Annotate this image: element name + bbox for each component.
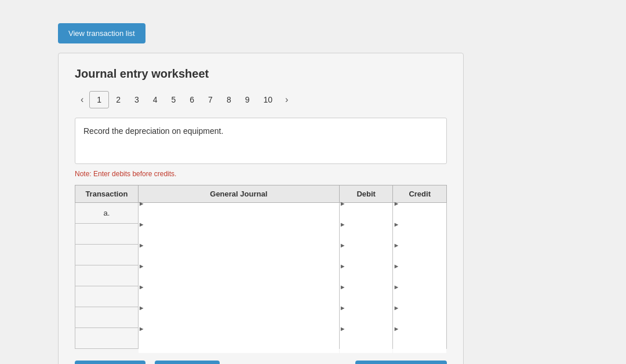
header-debit: Debit (339, 185, 393, 203)
header-credit: Credit (393, 185, 447, 203)
page-6[interactable]: 6 (183, 92, 201, 108)
page-9[interactable]: 9 (238, 92, 257, 108)
general-journal-input-3[interactable] (139, 249, 339, 270)
clear-entry-button[interactable]: Clear entry (155, 361, 220, 364)
credit-input-7[interactable] (393, 333, 446, 353)
debit-arrow-icon: ► (340, 200, 346, 207)
credit-arrow-icon: ► (393, 242, 399, 249)
page-5[interactable]: 5 (165, 92, 183, 108)
credit-input-6[interactable] (393, 312, 446, 332)
action-buttons: Record entry Clear entry View general jo… (75, 361, 447, 364)
credit-arrow-icon: ► (393, 221, 399, 228)
worksheet-title: Journal entry worksheet (75, 67, 447, 81)
debit-arrow-icon: ► (340, 304, 346, 311)
debit-input-5[interactable] (340, 291, 393, 311)
transaction-cell-1: a. (75, 203, 139, 224)
view-transaction-list-button[interactable]: View transaction list (58, 23, 145, 43)
table-row: a. ► ► ► (75, 203, 447, 224)
transaction-cell-4 (75, 265, 139, 286)
credit-arrow-icon: ► (393, 200, 399, 207)
general-journal-input-4[interactable] (139, 270, 339, 290)
credit-cell-1[interactable]: ► (393, 203, 447, 224)
transaction-cell-7 (75, 328, 139, 349)
page-4[interactable]: 4 (146, 92, 165, 108)
debit-arrow-icon: ► (340, 221, 346, 228)
page-7[interactable]: 7 (201, 92, 220, 108)
row-arrow-icon: ► (139, 325, 145, 332)
credit-arrow-icon: ► (393, 325, 399, 332)
description-box: Record the depreciation on equipment. (75, 118, 447, 164)
pagination: ‹ 1 2 3 4 5 6 7 8 9 10 › (75, 91, 447, 108)
page-3[interactable]: 3 (128, 92, 146, 108)
debit-arrow-icon: ► (340, 325, 346, 332)
debit-arrow-icon: ► (340, 283, 346, 290)
description-text: Record the depreciation on equipment. (83, 126, 223, 136)
record-entry-button[interactable]: Record entry (75, 361, 145, 364)
credit-input-2[interactable] (393, 228, 446, 249)
header-general-journal: General Journal (138, 185, 339, 203)
transaction-cell-6 (75, 307, 139, 328)
page-2[interactable]: 2 (109, 92, 128, 108)
page-8[interactable]: 8 (220, 92, 238, 108)
pagination-next-button[interactable]: › (279, 91, 294, 108)
view-general-journal-button[interactable]: View general journal (355, 361, 447, 364)
general-journal-input-1[interactable] (139, 208, 339, 228)
general-journal-input-2[interactable] (139, 228, 339, 249)
credit-input-5[interactable] (393, 291, 446, 311)
credit-arrow-icon: ► (393, 304, 399, 311)
page-1[interactable]: 1 (89, 91, 109, 108)
debit-input-6[interactable] (340, 312, 393, 332)
row-arrow-icon: ► (139, 242, 145, 249)
general-journal-input-5[interactable] (139, 291, 339, 311)
row-arrow-icon: ► (139, 304, 145, 311)
debit-input-1[interactable] (340, 208, 393, 228)
pagination-prev-button[interactable]: ‹ (75, 91, 89, 108)
transaction-cell-3 (75, 245, 139, 265)
row-arrow-icon: ► (139, 200, 145, 207)
credit-arrow-icon: ► (393, 263, 399, 270)
credit-arrow-icon: ► (393, 283, 399, 290)
debit-cell-1[interactable]: ► (339, 203, 393, 224)
header-transaction: Transaction (75, 185, 139, 203)
debit-arrow-icon: ► (340, 242, 346, 249)
debit-input-7[interactable] (340, 333, 393, 353)
worksheet-container: Journal entry worksheet ‹ 1 2 3 4 5 6 7 … (58, 53, 464, 364)
general-journal-input-7[interactable] (139, 333, 339, 353)
transaction-cell-5 (75, 286, 139, 307)
row-arrow-icon: ► (139, 283, 145, 290)
row-arrow-icon: ► (139, 221, 145, 228)
debit-input-3[interactable] (340, 249, 393, 270)
debit-input-4[interactable] (340, 270, 393, 290)
transaction-cell-2 (75, 224, 139, 245)
debit-input-2[interactable] (340, 228, 393, 249)
credit-input-4[interactable] (393, 270, 446, 290)
journal-table: Transaction General Journal Debit Credit… (75, 185, 447, 349)
debit-arrow-icon: ► (340, 263, 346, 270)
general-journal-input-6[interactable] (139, 312, 339, 332)
general-journal-cell-1[interactable]: ► (138, 203, 339, 224)
row-arrow-icon: ► (139, 263, 145, 270)
credit-input-1[interactable] (393, 208, 446, 228)
page-10[interactable]: 10 (257, 92, 280, 108)
credit-input-3[interactable] (393, 249, 446, 270)
note-text: Note: Enter debits before credits. (75, 170, 447, 178)
